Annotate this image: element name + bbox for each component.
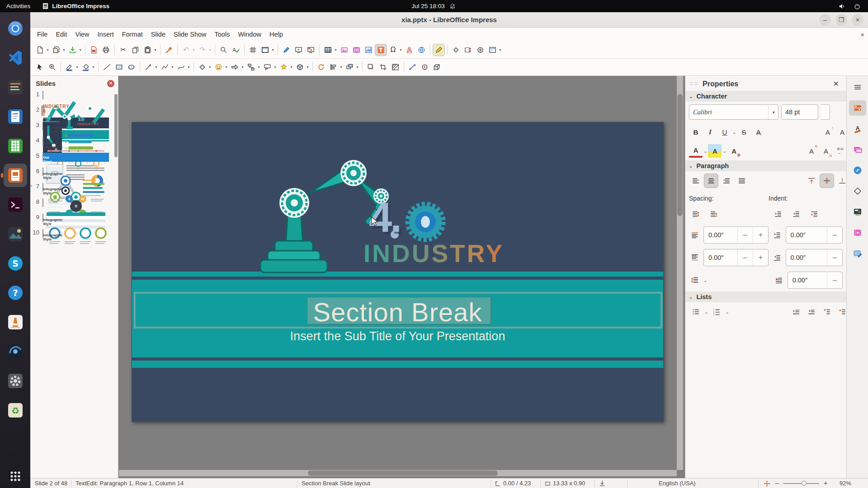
paste-dropdown[interactable]: ▾ <box>153 48 157 52</box>
dock-vscode-icon[interactable] <box>4 46 27 70</box>
dock-photos-icon[interactable] <box>4 222 27 246</box>
extrusion-icon[interactable] <box>431 61 443 73</box>
status-language[interactable]: English (USA) <box>659 480 696 487</box>
slide-row-9[interactable]: 9 Infographic Style <box>31 213 118 224</box>
bold-button[interactable]: B <box>689 125 703 139</box>
slide-layout-icon[interactable] <box>487 44 498 56</box>
dock-terminal-icon[interactable] <box>4 193 27 216</box>
character-dialog-button[interactable]: A⊘ <box>727 144 741 158</box>
show-applications-icon[interactable] <box>4 465 27 488</box>
zoom-slider-track[interactable] <box>783 483 819 484</box>
zoom-slider-knob[interactable] <box>802 481 807 486</box>
basic-shapes-icon[interactable] <box>197 61 208 73</box>
new-icon[interactable] <box>34 44 46 56</box>
stars-icon[interactable] <box>278 61 289 73</box>
highlight-color-button[interactable]: A <box>708 144 722 158</box>
volume-icon[interactable] <box>838 3 845 10</box>
dock-text-editor-icon[interactable] <box>4 75 27 99</box>
status-object-size[interactable]: 13.33 x 0.90 <box>553 480 585 487</box>
menu-file[interactable]: File <box>33 29 52 40</box>
slide-row-2[interactable]: 2 4. INDUSTRY Section Break <box>31 105 118 116</box>
special-character-dropdown[interactable]: ▾ <box>399 48 403 52</box>
titlebar[interactable]: xia.pptx - LibreOffice Impress – ❐ × <box>30 12 868 28</box>
new-dropdown[interactable]: ▾ <box>46 48 50 52</box>
indent-before-minus[interactable]: – <box>827 227 842 243</box>
slide-thumbnail-9[interactable]: Infographic Style <box>42 214 43 222</box>
spacing-below-plus[interactable]: + <box>753 249 768 266</box>
align-left-button[interactable] <box>689 174 703 188</box>
basic-shapes-dropdown[interactable]: ▾ <box>208 65 212 69</box>
dock-writer-icon[interactable] <box>4 105 27 128</box>
tab-gallery[interactable] <box>849 142 866 157</box>
ordered-list-button[interactable]: 123 <box>710 305 723 319</box>
tab-properties[interactable] <box>849 100 866 116</box>
line-spacing-dropdown-icon[interactable]: ⌄ <box>703 278 707 283</box>
tab-animation[interactable] <box>849 225 866 240</box>
decrease-spacing-icon[interactable] <box>707 207 721 221</box>
slide-thumbnail-10[interactable]: Infographic Style <box>42 229 43 238</box>
slide-thumbnail-7[interactable]: ⚙ S W O T Infographic Style <box>42 183 43 192</box>
slide-title-text[interactable]: Section Break <box>132 297 663 327</box>
line-arrow-end-icon[interactable] <box>143 61 154 73</box>
line-color-dropdown[interactable]: ▾ <box>75 65 79 69</box>
lines-dropdown[interactable]: ▾ <box>170 65 175 69</box>
dock-trash-icon[interactable]: ♻ <box>4 399 27 422</box>
block-arrows-icon[interactable] <box>229 61 241 73</box>
align-dropdown[interactable]: ▾ <box>339 65 343 69</box>
section-paragraph[interactable]: ⌄Paragraph <box>685 160 846 171</box>
tab-shapes[interactable] <box>849 183 866 199</box>
hyperlink-icon[interactable] <box>416 44 427 56</box>
increase-spacing-icon[interactable] <box>689 207 703 221</box>
character-spacing-button[interactable]: B-D↔ <box>834 144 846 158</box>
rectangle-icon[interactable] <box>113 61 125 73</box>
display-grid-icon[interactable] <box>247 44 259 56</box>
section-character[interactable]: ⌄Character <box>685 91 846 102</box>
menu-slide[interactable]: Slide <box>147 29 170 40</box>
start-from-first-slide-icon[interactable] <box>293 44 304 56</box>
font-color-dropdown-icon[interactable]: ⌄ <box>703 149 707 154</box>
dock-vlc-icon[interactable] <box>4 310 27 334</box>
ordered-list-dropdown-icon[interactable]: ⌄ <box>725 310 729 314</box>
vertical-scrollbar-thumb[interactable] <box>677 94 683 216</box>
slide-canvas[interactable]: 4. INDUSTRY Section Break Insert the Sub… <box>119 76 685 480</box>
status-layout-name[interactable]: Section Break Slide layout <box>302 480 370 487</box>
special-character-icon[interactable]: Ω <box>387 44 399 56</box>
copy-icon[interactable] <box>130 44 141 56</box>
filter-icon[interactable] <box>390 61 401 73</box>
increase-indent-icon[interactable] <box>771 207 785 221</box>
align-top-button[interactable] <box>805 174 818 188</box>
menu-edit[interactable]: Edit <box>52 29 71 40</box>
fontwork-icon[interactable]: A <box>404 44 415 56</box>
lines-icon[interactable] <box>159 61 170 73</box>
ellipse-icon[interactable] <box>126 61 137 73</box>
fill-color-icon[interactable] <box>80 61 91 73</box>
unsaved-changes-icon[interactable] <box>599 480 605 487</box>
zoom-percent[interactable]: 92% <box>840 480 851 487</box>
dock-impress-icon[interactable] <box>4 164 27 187</box>
first-line-indent-field[interactable]: 0.00″ – <box>788 272 843 289</box>
dock-skype-icon[interactable]: S <box>4 252 27 275</box>
zoom-in-button[interactable]: + <box>824 479 828 487</box>
stars-dropdown[interactable]: ▾ <box>289 65 293 69</box>
curves-dropdown[interactable]: ▾ <box>187 65 191 69</box>
arrange-icon[interactable] <box>344 61 355 73</box>
menu-insert[interactable]: Insert <box>94 29 118 40</box>
unordered-list-button[interactable] <box>689 305 703 319</box>
restore-button[interactable]: ❐ <box>835 14 847 26</box>
tab-master-slides[interactable] <box>849 246 866 261</box>
insert-chart-icon[interactable] <box>363 44 374 56</box>
first-line-indent-minus[interactable]: – <box>827 272 842 288</box>
strikethrough-button[interactable]: S <box>737 125 750 139</box>
insert-image-icon[interactable] <box>339 44 350 56</box>
tab-slide-transition[interactable] <box>849 204 866 220</box>
menu-view[interactable]: View <box>71 29 93 40</box>
align-bottom-button[interactable] <box>835 174 846 188</box>
status-textedit-info[interactable]: TextEdit: Paragraph 1, Row 1, Column 14 <box>75 480 184 487</box>
show-draw-functions-icon[interactable] <box>433 44 444 56</box>
display-views-icon[interactable] <box>259 44 271 56</box>
subscript-button[interactable]: AB <box>819 144 833 158</box>
decrease-indent-icon[interactable] <box>789 207 803 221</box>
block-arrows-dropdown[interactable]: ▾ <box>241 65 245 69</box>
align-center-button[interactable] <box>704 174 718 188</box>
insert-table-dropdown[interactable]: ▾ <box>334 48 338 52</box>
